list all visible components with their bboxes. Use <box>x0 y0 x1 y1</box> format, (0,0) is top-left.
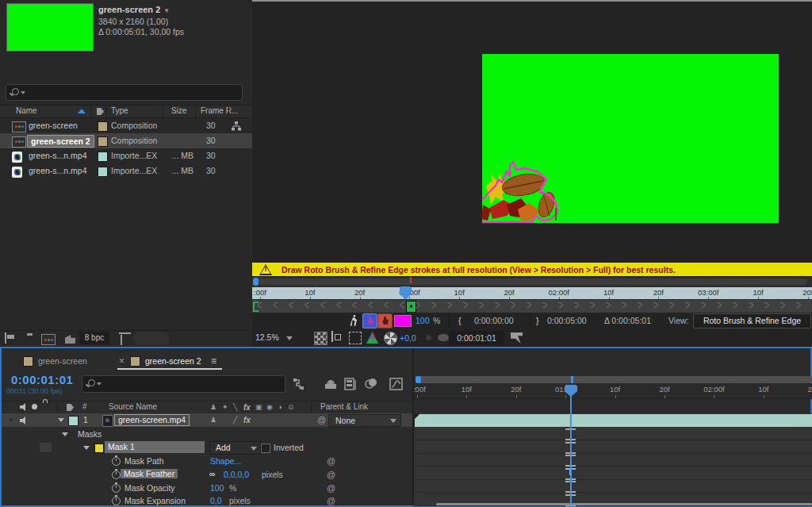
proxy-icon[interactable] <box>65 335 75 344</box>
chevron-icon: > <box>780 299 785 312</box>
chevron-icon: > <box>733 299 737 312</box>
column-size[interactable]: Size <box>171 106 186 115</box>
project-search-box[interactable] <box>6 84 243 101</box>
composition-title[interactable]: green-screen 2▼ <box>98 5 170 14</box>
chevron-icon: > <box>590 299 595 312</box>
property-value[interactable]: 0,0,0,0 <box>224 470 249 479</box>
property-value[interactable]: Shape... <box>210 456 241 466</box>
ruler-tick-label: 20f <box>511 385 521 394</box>
after-effects-window: green-screen 2▼ 3840 x 2160 (1,00) Δ 0:0… <box>0 0 812 507</box>
navigator-start-handle[interactable] <box>416 376 421 383</box>
exposure-value[interactable]: +0,0 <box>400 333 416 343</box>
label-color-swatch[interactable] <box>98 167 108 177</box>
track-row <box>414 479 812 493</box>
chevron-icon: > <box>558 299 563 312</box>
mask-property-row[interactable]: Mask Expansion0,0pixels@ <box>2 495 412 507</box>
magnification-dropdown[interactable]: 12.5% <box>255 332 293 342</box>
property-pickwhip-icon[interactable]: @ <box>327 496 335 505</box>
project-table-header[interactable]: Name Type Size Frame R... <box>0 105 252 118</box>
brush-color-swatch[interactable] <box>394 315 412 327</box>
fast-previews-icon[interactable] <box>511 332 523 344</box>
track-row <box>414 440 812 454</box>
brush-opacity-value[interactable]: 100 <box>416 316 430 325</box>
label-color-swatch[interactable] <box>98 152 108 162</box>
stopwatch-icon[interactable] <box>112 497 121 505</box>
delete-icon[interactable] <box>121 335 122 345</box>
property-value[interactable]: 0,0 <box>210 496 222 505</box>
stopwatch-icon[interactable] <box>112 484 121 493</box>
column-type[interactable]: Type <box>111 106 128 115</box>
table-row[interactable]: green-screenComposition30 <box>0 118 252 133</box>
chevron-icon: < <box>273 299 278 312</box>
timeline-navigator[interactable] <box>416 376 812 383</box>
background-brush-button[interactable] <box>377 313 393 328</box>
preview-timecode[interactable]: 0:00:01:01 <box>449 331 504 345</box>
show-snapshot-icon[interactable] <box>438 334 449 341</box>
mask-property-row[interactable]: Mask PathShape...@ <box>2 455 412 468</box>
transparency-grid-icon[interactable] <box>314 332 327 345</box>
label-column-icon[interactable] <box>97 108 104 115</box>
navigator-time-tick <box>571 376 573 383</box>
search-icon <box>12 88 19 95</box>
label-color-swatch[interactable] <box>98 121 108 132</box>
table-row[interactable]: green-s...n.mp4Importe...EX... MB30 <box>0 148 252 163</box>
item-type: Composition <box>111 136 157 145</box>
chevron-icon: < <box>400 299 404 312</box>
property-value[interactable]: 100 <box>210 483 224 493</box>
new-composition-icon[interactable] <box>41 334 56 345</box>
property-pickwhip-icon[interactable]: @ <box>327 483 335 493</box>
ruler-tick <box>565 395 566 398</box>
stopwatch-icon[interactable] <box>112 457 121 466</box>
dimensions-link-icon[interactable]: ∞ <box>209 469 216 478</box>
layer-duration-bar[interactable] <box>415 413 812 427</box>
channel-views-icon[interactable] <box>366 332 378 344</box>
property-label[interactable]: Mask Path <box>124 456 164 466</box>
stopwatch-icon[interactable] <box>112 471 121 479</box>
chevron-icon: > <box>685 299 690 312</box>
property-pickwhip-icon[interactable]: @ <box>327 456 335 466</box>
viewer-time-navigator[interactable] <box>252 277 812 287</box>
mask-property-row[interactable]: Mask Opacity100%@ <box>2 482 412 495</box>
table-row[interactable]: green-s...n.mp4Importe...EX... MB30 <box>0 163 252 179</box>
property-label[interactable]: Mask Expansion <box>124 496 186 505</box>
mask-property-row[interactable]: Mask Feather∞0,0,0,0pixels@ <box>2 469 412 482</box>
label-color-swatch[interactable] <box>98 136 108 147</box>
property-label[interactable]: Mask Feather <box>121 469 178 478</box>
project-bit-depth[interactable]: 8 bpc <box>79 332 109 344</box>
property-label[interactable]: Mask Opacity <box>124 483 175 493</box>
view-mode-dropdown[interactable]: Roto Brush & Refine Edge <box>693 313 811 328</box>
table-row[interactable]: green-screen 2Composition30 <box>0 133 252 148</box>
chevron-icon: > <box>606 299 611 312</box>
property-pickwhip-icon[interactable]: @ <box>327 470 335 479</box>
crop-region-icon[interactable] <box>349 332 362 344</box>
ruler-tick-label: 10f <box>758 385 768 394</box>
viewer-time-ruler[interactable]: :00f10f20f01:00f10f20f02:00f10f20f03:00f… <box>252 287 812 299</box>
footage-icon <box>12 167 22 178</box>
timeline-time-ruler[interactable]: 0:00f10f20f01:00f10f20f02:00f10f20f <box>414 383 812 399</box>
chevron-icon: > <box>574 299 579 312</box>
chevron-icon: < <box>336 299 341 312</box>
footage-icon <box>12 152 22 163</box>
ruler-tick-label: 20f <box>354 288 365 297</box>
ruler-tick-label: 10f <box>753 288 763 297</box>
timeline-panel: green-screen × green-screen 2 ≡ 0:00:01:… <box>0 347 812 507</box>
column-frame-rate[interactable]: Frame R... <box>201 106 238 115</box>
panel-divider[interactable] <box>252 0 812 2</box>
property-track-rows <box>414 427 812 505</box>
roto-brush-span-bar[interactable]: <<<<<<<<<<>>>>>>>>>>>>>>>>>>>>>>>>> <box>252 299 812 313</box>
horizontal-scrollbar[interactable] <box>436 503 812 505</box>
navigator-start-handle[interactable] <box>253 278 259 286</box>
out-point-time[interactable]: 0:00:05:00 <box>547 316 587 325</box>
roto-brush-toolbar: 100 % { 0:00:00:00 } 0:00:05:00 Δ 0:00:0… <box>252 313 812 328</box>
project-search-input[interactable] <box>29 86 209 99</box>
in-point-time[interactable]: 0:00:00:00 <box>474 316 514 325</box>
property-unit: pixels <box>262 470 283 479</box>
interpret-footage-icon[interactable] <box>5 332 6 344</box>
foreground-brush-button[interactable] <box>362 313 377 328</box>
region-of-interest-icon[interactable] <box>331 331 333 342</box>
sort-ascending-icon <box>78 109 86 113</box>
exposure-icon[interactable] <box>384 332 397 345</box>
brush-opacity-unit: % <box>433 316 440 325</box>
column-name[interactable]: Name <box>16 106 37 115</box>
alpha-boundary-icon[interactable] <box>350 315 359 326</box>
